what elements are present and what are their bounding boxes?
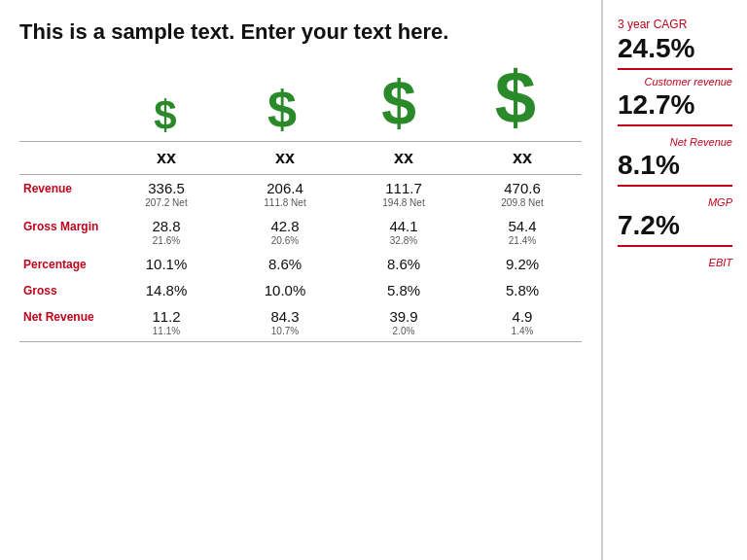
table-row: Percentage 10.1% 8.6% 8.6% 9.2% (19, 251, 582, 277)
dollar-icon-4: $ (457, 54, 574, 139)
dollar-icons-row: $ $ $ $ (107, 54, 582, 139)
header-col-4: xx (463, 142, 582, 175)
table-row: Revenue 336.5 207.2 Net 206.4 111.8 Net … (19, 175, 582, 214)
header-label-col (19, 142, 107, 175)
sidebar-item-customer-revenue: Customer revenue 12.7% (618, 76, 732, 132)
row-gm-val-4: 54.4 21.4% (463, 213, 582, 251)
row-label-percentage: Percentage (19, 251, 107, 277)
row-nr-val-2: 84.3 10.7% (226, 303, 344, 342)
data-table: xx xx xx xx Revenue 336.5 207.2 Net 206.… (19, 141, 582, 342)
row-revenue-val-3: 111.7 194.8 Net (344, 175, 463, 214)
row-gm-val-1: 28.8 21.6% (107, 213, 226, 251)
row-label-net-revenue: Net Revenue (19, 303, 107, 342)
sidebar: 3 year CAGR 24.5% Customer revenue 12.7%… (603, 0, 747, 560)
cagr-label: 3 year CAGR (618, 18, 732, 31)
customer-revenue-label: Customer revenue (618, 76, 732, 88)
sidebar-item-mgp: MGP 7.2% (618, 196, 732, 253)
sidebar-item-net-revenue: Net Revenue 8.1% (618, 136, 732, 192)
row-nr-val-3: 39.9 2.0% (344, 303, 463, 342)
mgp-value: 7.2% (618, 210, 732, 241)
page-title: This is a sample text. Enter your text h… (19, 19, 582, 45)
header-col-3: xx (344, 142, 463, 175)
row-gm-val-3: 44.1 32.8% (344, 213, 463, 251)
table-row: Gross Margin 28.8 21.6% 42.8 20.6% 44.1 … (19, 213, 582, 251)
row-gross-val-2: 10.0% (226, 277, 344, 303)
row-revenue-val-4: 470.6 209.8 Net (463, 175, 582, 214)
row-label-revenue: Revenue (19, 175, 107, 214)
row-gross-val-4: 5.8% (463, 277, 582, 303)
row-gross-val-3: 5.8% (344, 277, 463, 303)
row-revenue-val-2: 206.4 111.8 Net (226, 175, 344, 214)
row-pct-val-1: 10.1% (107, 251, 226, 277)
row-pct-val-4: 9.2% (463, 251, 582, 277)
ebit-label: EBIT (618, 257, 732, 268)
net-revenue-value: 8.1% (618, 150, 732, 181)
header-col-1: xx (107, 142, 226, 175)
row-pct-val-2: 8.6% (226, 251, 344, 277)
row-label-gross-margin: Gross Margin (19, 213, 107, 251)
dollar-icon-2: $ (224, 79, 340, 139)
row-nr-val-1: 11.2 11.1% (107, 303, 226, 342)
dollar-icon-3: $ (340, 67, 457, 139)
row-label-gross: Gross (19, 277, 107, 303)
dollar-icon-1: $ (107, 92, 224, 139)
main-panel: This is a sample text. Enter your text h… (0, 0, 603, 560)
divider-3 (618, 185, 732, 187)
table-row: Gross 14.8% 10.0% 5.8% 5.8% (19, 277, 582, 303)
table-header: xx xx xx xx (19, 142, 582, 175)
row-revenue-val-1: 336.5 207.2 Net (107, 175, 226, 214)
row-pct-val-3: 8.6% (344, 251, 463, 277)
divider-2 (618, 124, 732, 126)
divider-1 (618, 68, 732, 70)
row-nr-val-4: 4.9 1.4% (463, 303, 582, 342)
sidebar-item-ebit: EBIT (618, 257, 732, 270)
table-row: Net Revenue 11.2 11.1% 84.3 10.7% 39.9 2… (19, 303, 582, 342)
net-revenue-label: Net Revenue (618, 136, 732, 148)
customer-revenue-value: 12.7% (618, 89, 732, 121)
divider-4 (618, 245, 732, 247)
row-gm-val-2: 42.8 20.6% (226, 213, 344, 251)
header-col-2: xx (226, 142, 344, 175)
cagr-value: 24.5% (618, 33, 732, 64)
row-gross-val-1: 14.8% (107, 277, 226, 303)
mgp-label: MGP (618, 196, 732, 208)
